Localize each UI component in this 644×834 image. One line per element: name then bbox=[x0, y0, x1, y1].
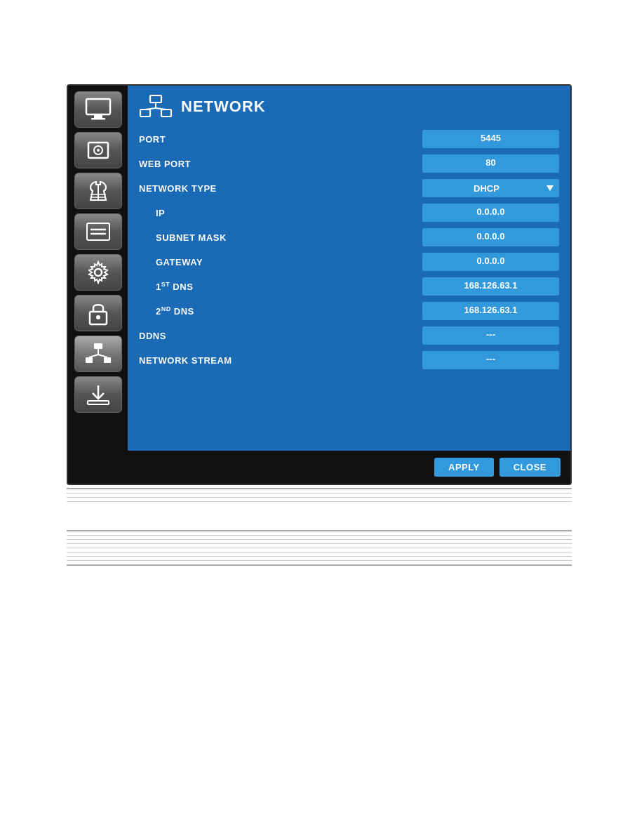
svg-rect-24 bbox=[140, 110, 150, 117]
dns2-row: 2ND DNS bbox=[139, 301, 559, 321]
svg-point-12 bbox=[95, 269, 102, 276]
dns1-input[interactable] bbox=[428, 280, 554, 291]
line-3 bbox=[67, 497, 572, 498]
line-1 bbox=[67, 488, 572, 489]
close-button[interactable]: CLOSE bbox=[499, 458, 561, 477]
network-stream-row: NETWORK STREAM bbox=[139, 350, 559, 370]
sidebar-item-settings[interactable] bbox=[74, 254, 122, 291]
svg-point-5 bbox=[97, 149, 100, 152]
svg-point-14 bbox=[96, 315, 100, 319]
device-panel: NETWORK PORT WEB PORT bbox=[67, 84, 572, 485]
gateway-row: GATEWAY bbox=[139, 252, 559, 272]
panel-footer: APPLY CLOSE bbox=[68, 451, 570, 484]
dns1-value[interactable] bbox=[422, 277, 559, 296]
line-10 bbox=[67, 552, 572, 552]
ip-label: IP bbox=[139, 208, 422, 218]
gateway-input[interactable] bbox=[428, 256, 554, 266]
sidebar-item-display[interactable] bbox=[74, 91, 122, 128]
subnet-input[interactable] bbox=[428, 231, 554, 241]
web-port-row: WEB PORT bbox=[139, 154, 559, 173]
dns1-label: 1ST DNS bbox=[139, 281, 422, 292]
port-row: PORT bbox=[139, 129, 559, 149]
svg-rect-17 bbox=[104, 357, 111, 363]
svg-line-28 bbox=[156, 108, 166, 110]
download-icon bbox=[86, 383, 111, 406]
ip-value[interactable] bbox=[422, 204, 559, 222]
dns2-value[interactable] bbox=[422, 302, 559, 320]
network-header-icon bbox=[139, 94, 173, 119]
sidebar-item-lock[interactable] bbox=[74, 295, 122, 331]
dns2-input[interactable] bbox=[428, 305, 554, 315]
network-stream-input[interactable] bbox=[428, 354, 554, 364]
svg-rect-2 bbox=[91, 118, 105, 120]
port-input[interactable] bbox=[428, 133, 554, 143]
svg-rect-21 bbox=[88, 401, 109, 404]
lines-section bbox=[67, 484, 572, 569]
web-port-value[interactable] bbox=[422, 154, 559, 173]
svg-line-27 bbox=[145, 108, 156, 110]
sidebar-item-network[interactable] bbox=[74, 336, 122, 372]
menu-icon bbox=[86, 221, 111, 242]
network-type-dropdown[interactable]: DHCP bbox=[422, 179, 559, 197]
ddns-value[interactable] bbox=[422, 326, 559, 345]
svg-rect-23 bbox=[150, 95, 161, 102]
line-2 bbox=[67, 493, 572, 494]
sidebar bbox=[68, 86, 128, 451]
sidebar-item-download[interactable] bbox=[74, 376, 122, 413]
svg-rect-1 bbox=[94, 115, 102, 118]
svg-rect-16 bbox=[86, 357, 93, 363]
network-type-label: NETWORK TYPE bbox=[139, 183, 422, 194]
lines-gap bbox=[67, 505, 572, 527]
network-type-row: NETWORK TYPE DHCP bbox=[139, 178, 559, 198]
page-wrapper: manualslib bbox=[0, 0, 644, 834]
svg-rect-25 bbox=[161, 110, 171, 117]
panel-inner: NETWORK PORT WEB PORT bbox=[68, 86, 570, 451]
display-icon bbox=[85, 98, 112, 121]
ddns-input[interactable] bbox=[428, 329, 554, 340]
dropdown-arrow-icon bbox=[545, 184, 555, 192]
network-stream-label: NETWORK STREAM bbox=[139, 355, 422, 366]
main-content: NETWORK PORT WEB PORT bbox=[128, 86, 570, 451]
line-6 bbox=[67, 535, 572, 536]
section-title-text: NETWORK bbox=[181, 98, 266, 116]
line-11 bbox=[67, 556, 572, 557]
network-title-icon bbox=[139, 94, 173, 119]
apply-button[interactable]: APPLY bbox=[434, 458, 494, 477]
dns2-label: 2ND DNS bbox=[139, 305, 422, 317]
web-port-input[interactable] bbox=[428, 157, 554, 168]
sidebar-item-menu[interactable] bbox=[74, 213, 122, 250]
gear-icon bbox=[86, 260, 110, 284]
storage-icon bbox=[86, 138, 110, 162]
network-stream-value[interactable] bbox=[422, 351, 559, 369]
port-label: PORT bbox=[139, 134, 422, 145]
line-7 bbox=[67, 539, 572, 540]
network-type-value: DHCP bbox=[428, 183, 545, 194]
sidebar-item-tools[interactable] bbox=[74, 173, 122, 209]
subnet-value[interactable] bbox=[422, 228, 559, 246]
section-title: NETWORK bbox=[139, 94, 559, 119]
svg-marker-29 bbox=[546, 185, 554, 191]
ddns-label: DDNS bbox=[139, 331, 422, 341]
dns1-row: 1ST DNS bbox=[139, 277, 559, 296]
gateway-value[interactable] bbox=[422, 253, 559, 271]
line-9 bbox=[67, 548, 572, 548]
gateway-label: GATEWAY bbox=[139, 257, 422, 267]
line-13 bbox=[67, 564, 572, 566]
ip-input[interactable] bbox=[428, 206, 554, 217]
ddns-row: DDNS bbox=[139, 326, 559, 345]
sidebar-item-storage[interactable] bbox=[74, 132, 122, 168]
svg-rect-15 bbox=[94, 343, 102, 349]
port-value[interactable] bbox=[422, 130, 559, 148]
svg-line-19 bbox=[89, 355, 98, 357]
tools-icon bbox=[86, 179, 110, 203]
line-4 bbox=[67, 501, 572, 502]
web-port-label: WEB PORT bbox=[139, 159, 422, 169]
svg-rect-0 bbox=[86, 99, 110, 114]
svg-line-20 bbox=[98, 355, 107, 357]
line-8 bbox=[67, 543, 572, 544]
network-icon-sidebar bbox=[84, 342, 112, 366]
lock-icon bbox=[88, 300, 109, 326]
subnet-label: SUBNET MASK bbox=[139, 232, 422, 243]
svg-rect-9 bbox=[87, 223, 109, 240]
subnet-row: SUBNET MASK bbox=[139, 227, 559, 247]
